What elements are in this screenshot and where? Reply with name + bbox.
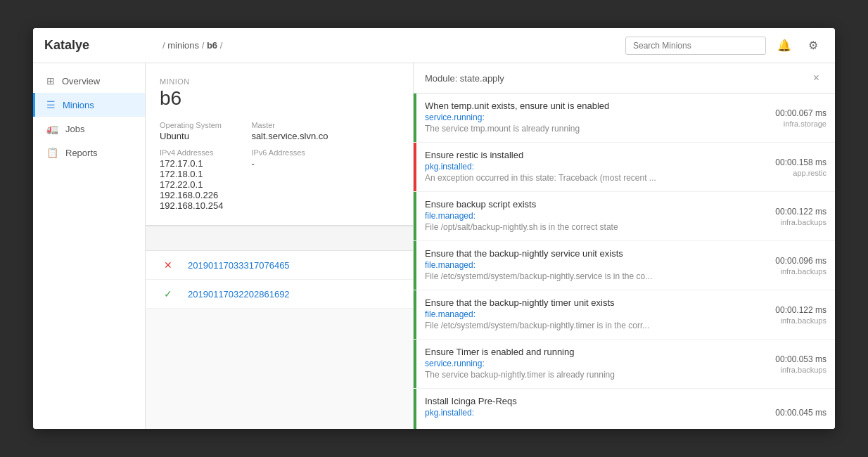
ipv4-addr-3: 172.22.0.1 [160, 179, 223, 190]
item-meta: 00:00.053 ms infra.backups [751, 340, 835, 388]
module-item: Ensure restic is installed pkg.installed… [414, 143, 835, 192]
item-subtitle: service.running: [425, 359, 742, 368]
module-item: Install Icinga Pre-Reqs pkg.installed: 0… [414, 389, 835, 429]
module-item: Ensure that the backup-nightly timer uni… [414, 290, 835, 340]
item-meta: 00:00.045 ms [751, 389, 835, 429]
item-meta: 00:00.158 ms app.restic [751, 143, 835, 191]
os-value: Ubuntu [160, 131, 223, 141]
master-value: salt.service.slvn.co [251, 131, 328, 141]
item-tag: app.restic [793, 169, 826, 177]
ipv4-addr-4: 192.168.0.226 [160, 190, 223, 200]
item-title: Ensure restic is installed [425, 150, 742, 160]
ipv4-label: IPv4 Addresses [160, 148, 223, 157]
sidebar: ⊞ Overview ☰ Minions 🚛 Jobs 📋 Reports [33, 63, 146, 429]
item-desc: File /etc/systemd/system/backup-nightly.… [425, 271, 706, 281]
item-time: 00:00.158 ms [775, 157, 826, 167]
item-meta: 00:00.122 ms infra.backups [751, 192, 835, 240]
job-status-fail: ✕ [160, 259, 177, 271]
brand: Katalye [44, 38, 157, 53]
ipv6-value: - [251, 158, 328, 169]
item-subtitle: service.running: [425, 112, 742, 122]
item-desc: The service backup-nightly.timer is alre… [425, 370, 706, 380]
module-items-list: When temp.unit exists, ensure unit is en… [414, 94, 835, 429]
sidebar-item-minions[interactable]: ☰ Minions [33, 93, 145, 117]
item-time: 00:00.122 ms [775, 207, 826, 217]
item-meta: 00:00.122 ms infra.backups [751, 290, 835, 339]
item-title: Ensure that the backup-nightly service u… [425, 248, 742, 259]
item-subtitle: pkg.installed: [425, 408, 742, 418]
meta-master: Master salt.service.slvn.co IPv6 Address… [251, 121, 328, 211]
job-status-success: ✓ [160, 288, 177, 300]
breadcrumb-minions[interactable]: minions [167, 40, 199, 51]
item-desc: File /etc/systemd/system/backup-nightly.… [425, 321, 706, 330]
breadcrumb-separator2: / [202, 40, 207, 51]
reports-icon: 📋 [46, 147, 58, 158]
app-window: Katalye / minions / b6 / 🔔 ⚙ ⊞ Overview [33, 28, 835, 429]
ipv6-label: IPv6 Addresses [251, 148, 328, 157]
ipv4-addr-5: 192.168.10.254 [160, 200, 223, 211]
item-tag: infra.backups [781, 218, 826, 226]
sidebar-item-overview-label: Overview [62, 76, 100, 86]
item-title: When temp.unit exists, ensure unit is en… [425, 101, 742, 111]
sidebar-item-jobs[interactable]: 🚛 Jobs [33, 117, 145, 141]
item-title: Ensure that the backup-nightly timer uni… [425, 297, 742, 308]
item-subtitle: file.managed: [425, 309, 742, 319]
item-content: Ensure that the backup-nightly service u… [416, 241, 751, 290]
item-time: 00:00.096 ms [775, 256, 826, 266]
item-meta: 00:00.067 ms infra.storage [751, 94, 835, 142]
item-tag: infra.backups [781, 316, 826, 325]
item-subtitle: file.managed: [425, 260, 742, 270]
item-tag: infra.backups [781, 267, 826, 276]
os-label: Operating System [160, 121, 223, 129]
item-desc: An exception occurred in this state: Tra… [425, 173, 706, 183]
sidebar-item-reports-label: Reports [65, 148, 98, 158]
item-tag: infra.backups [781, 366, 826, 374]
search-input[interactable] [625, 37, 766, 55]
module-item: Ensure backup script exists file.managed… [414, 192, 835, 241]
master-label: Master [251, 121, 328, 129]
item-title: Install Icinga Pre-Reqs [425, 396, 742, 406]
module-close-button[interactable]: × [809, 70, 824, 86]
top-bar: Katalye / minions / b6 / 🔔 ⚙ [33, 28, 835, 63]
sidebar-item-overview[interactable]: ⊞ Overview [33, 69, 145, 93]
item-time: 00:00.122 ms [775, 305, 826, 315]
jobs-icon: 🚛 [46, 123, 58, 134]
main-layout: ⊞ Overview ☰ Minions 🚛 Jobs 📋 Reports Mi… [33, 63, 835, 429]
item-content: When temp.unit exists, ensure unit is en… [416, 94, 751, 142]
top-bar-actions: 🔔 ⚙ [625, 34, 824, 56]
module-panel: Module: state.apply × When temp.unit exi… [413, 63, 835, 429]
settings-button[interactable]: ⚙ [803, 34, 824, 56]
item-subtitle: file.managed: [425, 211, 742, 221]
job-id-link-2[interactable]: 20190117032202861692 [188, 289, 290, 300]
breadcrumb: / minions / b6 / [157, 40, 625, 51]
item-tag: infra.storage [784, 120, 826, 128]
sidebar-item-reports[interactable]: 📋 Reports [33, 141, 145, 165]
module-header: Module: state.apply × [414, 63, 835, 94]
module-item: When temp.unit exists, ensure unit is en… [414, 94, 835, 143]
module-item: Ensure that the backup-nightly service u… [414, 241, 835, 290]
item-content: Ensure restic is installed pkg.installed… [416, 143, 751, 191]
item-desc: The service tmp.mount is already running [425, 124, 706, 134]
item-content: Install Icinga Pre-Reqs pkg.installed: [416, 389, 751, 429]
item-content: Ensure Timer is enabled and running serv… [416, 340, 751, 388]
breadcrumb-trailing: / [220, 40, 223, 51]
ipv4-list: 172.17.0.1 172.18.0.1 172.22.0.1 192.168… [160, 158, 223, 211]
item-time: 00:00.067 ms [775, 108, 826, 118]
gear-icon: ⚙ [808, 39, 818, 52]
item-title: Ensure backup script exists [425, 199, 742, 210]
item-meta: 00:00.096 ms infra.backups [751, 241, 835, 290]
notification-button[interactable]: 🔔 [772, 34, 797, 56]
breadcrumb-b6[interactable]: b6 [207, 40, 217, 51]
ipv4-addr-1: 172.17.0.1 [160, 158, 223, 169]
content-area: Minion b6 Operating System Ubuntu IPv4 A… [146, 63, 835, 429]
module-title: Module: state.apply [425, 73, 504, 84]
item-desc: File /opt/salt/backup-nightly.sh is in t… [425, 222, 706, 232]
ipv4-addr-2: 172.18.0.1 [160, 169, 223, 179]
item-time: 00:00.045 ms [775, 408, 826, 418]
item-time: 00:00.053 ms [775, 354, 826, 364]
item-title: Ensure Timer is enabled and running [425, 347, 742, 357]
job-id-link-1[interactable]: 20190117033317076465 [188, 260, 290, 271]
overview-icon: ⊞ [46, 75, 55, 86]
minions-icon: ☰ [46, 99, 56, 110]
sidebar-item-jobs-label: Jobs [65, 124, 84, 134]
